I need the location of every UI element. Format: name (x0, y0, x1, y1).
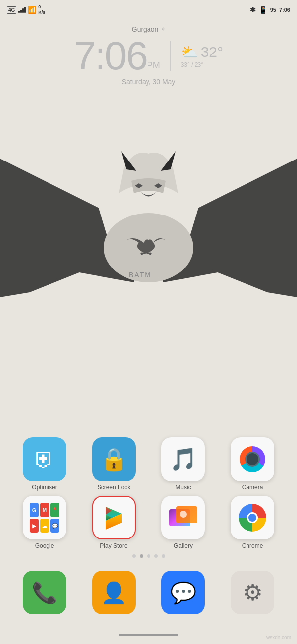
temp-range: 33° / 23° (181, 61, 203, 68)
top-info: Gurgaon ⌖ 7:06 PM ⛅ 32° 33° / 23° Saturd… (0, 20, 297, 86)
chrome-circle-icon (239, 504, 266, 532)
camera-lens-icon (240, 446, 265, 472)
weather-info: ⛅ 32° 33° / 23° (181, 44, 223, 68)
page-dot-2 (140, 554, 143, 558)
weather-temp-row: ⛅ 32° (181, 44, 223, 60)
weather-icon: ⛅ (181, 44, 198, 60)
battery-percent: 95 (270, 7, 276, 13)
contacts-icon-bg: 👤 (92, 571, 136, 614)
svg-text:BATM: BATM (129, 271, 151, 279)
music-note-icon: 🎵 (170, 446, 197, 472)
app-google[interactable]: G M 📍 ▶ ☁ 💬 Google (15, 496, 74, 549)
google-label: Google (35, 542, 54, 549)
phone-icon: 📞 (32, 581, 57, 605)
screenlock-label: Screen Lock (98, 484, 131, 491)
google-grid-icon: G M 📍 ▶ ☁ 💬 (30, 503, 59, 533)
app-chrome[interactable]: Chrome (223, 496, 282, 549)
screenlock-icon-bg: 🔒 (92, 437, 136, 481)
page-dot-3 (147, 554, 150, 558)
contacts-icon: 👤 (101, 581, 127, 605)
clock-period: PM (147, 60, 160, 76)
wifi-icon: 📶 (28, 6, 36, 14)
playstore-label: Play Store (100, 542, 127, 549)
home-indicator[interactable] (119, 634, 178, 636)
camera-inner-lens (245, 452, 260, 467)
messages-icon: 💬 (170, 581, 196, 605)
playstore-icon-bg (92, 496, 136, 539)
dock-settings[interactable]: ⚙ (231, 571, 274, 614)
clock-time: 7:06 (74, 36, 147, 76)
dock-phone[interactable]: 📞 (23, 571, 66, 614)
music-label: Music (175, 484, 191, 491)
chrome-inner-circle (247, 512, 258, 523)
music-icon-bg: 🎵 (161, 437, 205, 481)
status-bar: 4G 📶 0K/s ✱ 📱 95 7:06 (0, 0, 297, 20)
clock-display: 7:06 PM (74, 36, 160, 76)
camera-label: Camera (242, 484, 263, 491)
app-optimiser[interactable]: ⛨ Optimiser (15, 437, 74, 491)
page-dots (10, 554, 287, 558)
clock-weather-row: 7:06 PM ⛅ 32° 33° / 23° (0, 36, 297, 76)
location-name: Gurgaon (132, 25, 158, 33)
clock-weather-divider (170, 41, 171, 71)
watermark: wsxdn.com (266, 635, 291, 640)
gallery-icon-bg (161, 496, 205, 539)
chrome-icon-bg (231, 496, 274, 539)
app-row-2: G M 📍 ▶ ☁ 💬 Google (10, 496, 287, 549)
data-speed: 0K/s (38, 4, 45, 15)
dock: 📞 👤 💬 ⚙ (0, 571, 297, 614)
page-dot-1 (132, 554, 136, 558)
gallery-svg-icon (168, 505, 198, 530)
battery-icon: 📱 (259, 6, 267, 14)
temperature: 32° (201, 44, 223, 60)
network-type: 4G (7, 6, 16, 14)
phone-icon-bg: 📞 (23, 571, 66, 614)
app-row-1: ⛨ Optimiser 🔒 Screen Lock 🎵 Music (10, 437, 287, 491)
playstore-triangle-icon (101, 505, 127, 531)
status-right: ✱ 📱 95 7:06 (250, 6, 290, 14)
camera-icon-bg (231, 437, 274, 481)
app-grid: ⛨ Optimiser 🔒 Screen Lock 🎵 Music (0, 437, 297, 565)
optimiser-label: Optimiser (32, 484, 57, 491)
dock-messages[interactable]: 💬 (161, 571, 205, 614)
location-pin-icon: ⌖ (161, 25, 165, 33)
app-camera[interactable]: Camera (223, 437, 282, 491)
optimiser-shield-icon: ⛨ (34, 447, 55, 472)
lock-icon: 🔒 (100, 446, 128, 472)
optimiser-icon-bg: ⛨ (23, 437, 66, 481)
location-row: Gurgaon ⌖ (0, 25, 297, 33)
clock-status: 7:06 (279, 7, 290, 13)
page-dot-5 (162, 554, 165, 558)
app-screenlock[interactable]: 🔒 Screen Lock (84, 437, 144, 491)
app-gallery[interactable]: Gallery (153, 496, 213, 549)
chrome-label: Chrome (242, 542, 263, 549)
svg-point-5 (180, 511, 187, 518)
app-playstore[interactable]: Play Store (84, 496, 144, 549)
gallery-label: Gallery (174, 542, 193, 549)
signal-strength (18, 7, 26, 13)
messages-icon-bg: 💬 (161, 571, 205, 614)
date-display: Saturday, 30 May (0, 78, 297, 86)
app-music[interactable]: 🎵 Music (153, 437, 213, 491)
batman-wallpaper: BATM (0, 129, 297, 302)
status-left: 4G 📶 0K/s (7, 4, 45, 15)
page-dot-4 (154, 554, 158, 558)
bluetooth-icon: ✱ (250, 6, 256, 14)
settings-gear-icon: ⚙ (243, 579, 263, 606)
google-icon-bg: G M 📍 ▶ ☁ 💬 (23, 496, 66, 539)
dock-contacts[interactable]: 👤 (92, 571, 136, 614)
settings-icon-bg: ⚙ (231, 571, 274, 614)
svg-rect-4 (176, 506, 197, 523)
